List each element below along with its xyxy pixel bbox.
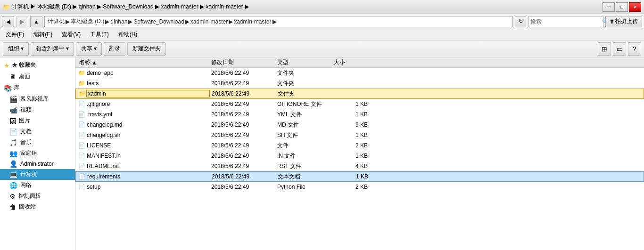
- file-name: xadmin: [86, 90, 210, 97]
- col-header-name[interactable]: 名称 ▲: [77, 58, 209, 66]
- col-header-type[interactable]: 类型: [275, 58, 332, 66]
- minimize-button[interactable]: ─: [603, 2, 615, 12]
- col-size-label: 大小: [334, 58, 345, 66]
- breadcrumb-computer[interactable]: 计算机: [48, 17, 65, 25]
- breadcrumb-sep2: ▶: [105, 18, 109, 25]
- sidebar-network[interactable]: 🌐 网络: [0, 180, 75, 191]
- homegroup-icon: 👥: [9, 150, 17, 157]
- close-button[interactable]: ✕: [629, 2, 641, 12]
- file-icon: 📄: [77, 183, 86, 191]
- file-name: LICENSE: [86, 142, 209, 149]
- table-row[interactable]: 📁xadmin2018/5/6 22:49文件夹: [75, 89, 644, 99]
- file-size: 9 KB: [332, 121, 370, 128]
- file-name: .travis.yml: [86, 111, 209, 118]
- refresh-button[interactable]: ↻: [515, 16, 526, 27]
- address-path[interactable]: 计算机 ▶ 本地磁盘 (D:) ▶ qinhan ▶ Software_Down…: [44, 16, 513, 27]
- file-icon: 📄: [77, 131, 86, 139]
- upload-icon: ⬆: [610, 18, 614, 25]
- file-name: setup: [86, 184, 209, 190]
- up-button[interactable]: ▲: [30, 16, 42, 27]
- table-row[interactable]: 📁demo_app2018/5/6 22:49文件夹: [75, 68, 644, 78]
- help-button[interactable]: ?: [628, 42, 641, 56]
- breadcrumb-xadmin1[interactable]: xadmin-master: [190, 18, 228, 25]
- file-name: README.rst: [86, 163, 209, 169]
- sidebar-recycle-label: 回收站: [19, 203, 36, 211]
- library-icon: 📚: [4, 84, 12, 92]
- table-row[interactable]: 📄LICENSE2018/5/6 22:49文件2 KB: [75, 140, 644, 151]
- file-type: MD 文件: [275, 121, 332, 129]
- preview-pane-button[interactable]: ▭: [613, 42, 626, 56]
- table-row[interactable]: 📄changelog.sh2018/5/6 22:49SH 文件1 KB: [75, 130, 644, 140]
- sidebar-docs[interactable]: 📄 文档: [0, 126, 75, 137]
- table-row[interactable]: 📁tests2018/5/6 22:49文件夹: [75, 78, 644, 89]
- file-type: RST 文件: [275, 162, 332, 170]
- sidebar-admin[interactable]: 👤 Administrator: [0, 159, 75, 169]
- col-header-date[interactable]: 修改日期: [209, 58, 275, 66]
- sidebar-pictures[interactable]: 🖼 图片: [0, 115, 75, 126]
- sidebar-recycle[interactable]: 🗑 回收站: [0, 202, 75, 212]
- sidebar-favorites[interactable]: ★ ★ 收藏夹: [0, 59, 75, 71]
- menu-bar: 文件(F) 编辑(E) 查看(V) 工具(T) 帮助(H): [0, 29, 644, 40]
- sidebar-media[interactable]: 🎬 暴风影视库: [0, 94, 75, 105]
- menu-tools[interactable]: 工具(T): [86, 30, 112, 40]
- organize-button[interactable]: 组织 ▾: [3, 42, 29, 56]
- sidebar-music[interactable]: 🎵 音乐: [0, 137, 75, 148]
- table-row[interactable]: 📄.travis.yml2018/5/6 22:49YML 文件1 KB: [75, 109, 644, 120]
- include-library-button[interactable]: 包含到库中 ▾: [31, 42, 74, 56]
- breadcrumb-xadmin2[interactable]: xadmin-master: [234, 18, 271, 25]
- toolbar: 组织 ▾ 包含到库中 ▾ 共享 ▾ 刻录 新建文件夹 ⊞ ▭ ?: [0, 40, 644, 57]
- sidebar-homegroup[interactable]: 👥 家庭组: [0, 148, 75, 159]
- menu-file[interactable]: 文件(F): [2, 30, 28, 40]
- table-row[interactable]: 📄setup2018/5/6 22:49Python File2 KB: [75, 182, 644, 192]
- burn-button[interactable]: 刻录: [104, 42, 125, 56]
- file-type: 文件夹: [275, 80, 332, 88]
- file-date: 2018/5/6 22:49: [209, 121, 275, 128]
- sidebar-network-label: 网络: [20, 181, 32, 189]
- table-row[interactable]: 📄README.rst2018/5/6 22:49RST 文件4 KB: [75, 161, 644, 171]
- desktop-icon: 🖥: [9, 73, 16, 81]
- search-input[interactable]: [530, 18, 601, 25]
- maximize-button[interactable]: □: [616, 2, 628, 12]
- sidebar-homegroup-label: 家庭组: [20, 149, 37, 157]
- menu-edit[interactable]: 编辑(E): [30, 30, 56, 40]
- menu-help[interactable]: 帮助(H): [115, 30, 141, 40]
- sidebar-library[interactable]: 📚 库: [0, 82, 75, 94]
- address-bar: ◀ ▶ ▲ 计算机 ▶ 本地磁盘 (D:) ▶ qinhan ▶ Softwar…: [0, 14, 644, 29]
- control-icon: ⚙: [9, 193, 16, 200]
- title-bar: 📁 计算机 ▶ 本地磁盘 (D:) ▶ qinhan ▶ Software_Do…: [0, 0, 644, 14]
- breadcrumb-softwaredl[interactable]: Software_Download: [133, 18, 184, 25]
- sidebar: ★ ★ 收藏夹 🖥 桌面 📚 库 🎬 暴风影视库 📹 视频 🖼 图片 📄 文档: [0, 57, 75, 250]
- docs-icon: 📄: [9, 128, 17, 136]
- new-folder-button[interactable]: 新建文件夹: [127, 42, 166, 56]
- breadcrumb-qinhan[interactable]: qinhan: [110, 18, 127, 25]
- upload-button[interactable]: ⬆ 拍摄上传: [605, 16, 642, 27]
- sidebar-computer[interactable]: 💻 计算机: [0, 169, 75, 180]
- file-rows-container: 📁demo_app2018/5/6 22:49文件夹📁tests2018/5/6…: [75, 68, 644, 192]
- table-row[interactable]: 📄MANIFEST.in2018/5/6 22:49IN 文件1 KB: [75, 151, 644, 161]
- pictures-icon: 🖼: [9, 117, 16, 125]
- upload-label: 拍摄上传: [615, 17, 638, 25]
- file-date: 2018/5/6 22:49: [209, 132, 275, 138]
- menu-view[interactable]: 查看(V): [58, 30, 84, 40]
- back-button[interactable]: ◀: [2, 16, 14, 27]
- view-mode-button[interactable]: ⊞: [598, 42, 611, 56]
- admin-icon: 👤: [9, 160, 17, 168]
- table-row[interactable]: 📄.gitignore2018/5/6 22:49GITIGNORE 文件1 K…: [75, 99, 644, 109]
- col-header-size[interactable]: 大小: [332, 58, 370, 66]
- sidebar-docs-label: 文档: [20, 128, 32, 136]
- file-size: 4 KB: [332, 163, 370, 169]
- forward-button[interactable]: ▶: [16, 16, 28, 27]
- sidebar-desktop[interactable]: 🖥 桌面: [0, 71, 75, 82]
- table-row[interactable]: 📄requirements2018/5/6 22:49文本文档1 KB: [75, 171, 644, 182]
- sidebar-video[interactable]: 📹 视频: [0, 105, 75, 115]
- file-date: 2018/5/6 22:49: [209, 70, 275, 76]
- breadcrumb-disk[interactable]: 本地磁盘 (D:): [71, 17, 104, 25]
- file-name: MANIFEST.in: [86, 153, 209, 159]
- file-name: .gitignore: [86, 101, 209, 107]
- sidebar-control[interactable]: ⚙ 控制面板: [0, 191, 75, 202]
- file-name: demo_app: [86, 70, 209, 76]
- share-button[interactable]: 共享 ▾: [76, 42, 102, 56]
- table-row[interactable]: 📄changelog.md2018/5/6 22:49MD 文件9 KB: [75, 120, 644, 130]
- title-path: 计算机 ▶ 本地磁盘 (D:) ▶ qinhan ▶ Software_Down…: [12, 3, 249, 11]
- main-layout: ★ ★ 收藏夹 🖥 桌面 📚 库 🎬 暴风影视库 📹 视频 🖼 图片 📄 文档: [0, 57, 644, 250]
